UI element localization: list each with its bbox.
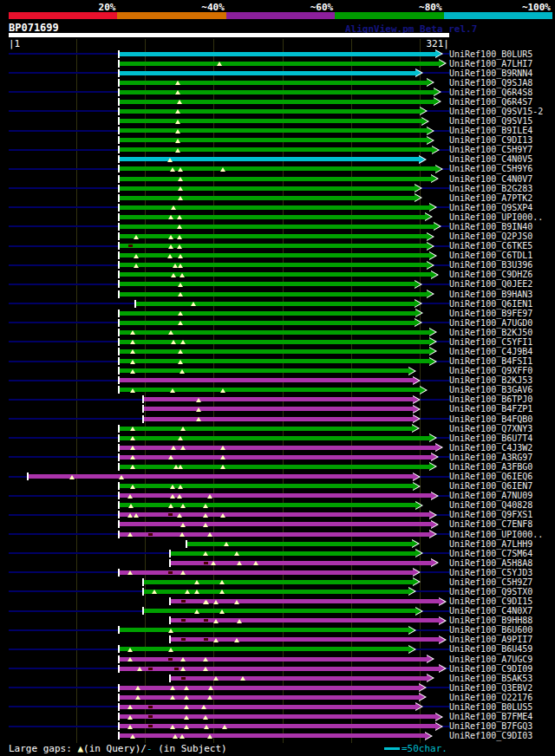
alignment-bar[interactable] [119, 215, 428, 219]
alignment-bar[interactable] [119, 157, 421, 161]
subject-id-label[interactable]: UniRef100_Q9SV15 [449, 117, 532, 126]
subject-id-label[interactable]: UniRef100_B9IN40 [449, 223, 532, 231]
subject-id-label[interactable]: UniRef100_B4FZP1 [449, 405, 532, 414]
subject-id-label[interactable]: UniRef100_A7UGD0 [449, 319, 532, 328]
alignment-bar[interactable] [119, 166, 437, 171]
alignment-bar[interactable] [119, 109, 421, 114]
alignment-bar[interactable] [143, 397, 415, 401]
alignment-bar[interactable] [119, 446, 437, 450]
alignment-bar[interactable] [119, 282, 416, 286]
alignment-bar[interactable] [119, 368, 411, 373]
alignment-bar[interactable] [135, 302, 416, 306]
alignment-bar[interactable] [119, 695, 421, 700]
subject-id-label[interactable]: UniRef100_A9PII7 [449, 635, 532, 644]
subject-id-label[interactable]: UniRef100_Q9SV15-2 [449, 108, 543, 116]
subject-id-label[interactable]: UniRef100_B0LUS5 [449, 703, 532, 712]
subject-id-label[interactable]: UniRef100_B4FQB0 [449, 415, 532, 424]
alignment-bar[interactable] [119, 724, 437, 728]
alignment-bar[interactable] [170, 561, 433, 565]
subject-id-label[interactable]: UniRef100_Q7XNY3 [449, 425, 532, 433]
subject-id-label[interactable]: UniRef100_Q9FXS1 [449, 511, 532, 519]
alignment-bar[interactable] [119, 147, 434, 152]
subject-id-label[interactable]: UniRef100_C4J3W2 [449, 444, 532, 453]
subject-id-label[interactable]: UniRef100_Q6IEQ6 [449, 472, 532, 481]
alignment-bar[interactable] [170, 618, 441, 622]
subject-id-label[interactable]: UniRef100_Q6IEN7 [449, 482, 532, 491]
alignment-bar[interactable] [119, 186, 416, 191]
subject-id-label[interactable]: UniRef100_C5YFI1 [449, 338, 532, 347]
subject-id-label[interactable]: UniRef100_B9HAN3 [449, 290, 532, 299]
subject-id-label[interactable]: UniRef100_B3GAV6 [449, 386, 532, 394]
subject-id-label[interactable]: UniRef100_O22176 [449, 694, 532, 702]
subject-id-label[interactable]: UniRef100_C6TKE5 [449, 242, 532, 251]
subject-id-label[interactable]: UniRef100_B6U459 [449, 645, 532, 654]
subject-id-label[interactable]: UniRef100_B7FME4 [449, 713, 532, 721]
alignment-bar[interactable] [119, 512, 431, 517]
subject-id-label[interactable]: UniRef100_UPI000.. [449, 213, 543, 222]
alignment-bar[interactable] [119, 570, 415, 575]
alignment-bar[interactable] [119, 263, 428, 267]
alignment-bar[interactable] [119, 311, 417, 316]
alignment-bar[interactable] [119, 234, 428, 238]
alignment-bar[interactable] [119, 714, 437, 719]
alignment-bar[interactable] [119, 81, 428, 85]
alignment-bar[interactable] [119, 686, 421, 690]
subject-id-label[interactable]: UniRef100_C9DHZ6 [449, 270, 532, 279]
alignment-bar[interactable] [170, 676, 429, 681]
alignment-bar[interactable] [119, 427, 414, 431]
subject-id-label[interactable]: UniRef100_C9DI15 [449, 597, 532, 606]
subject-id-label[interactable]: UniRef100_C7ENF8 [449, 520, 532, 529]
subject-id-label[interactable]: UniRef100_A7PTK2 [449, 194, 532, 203]
subject-id-label[interactable]: UniRef100_B0LUR5 [449, 50, 532, 59]
subject-id-label[interactable]: UniRef100_B9ILE4 [449, 127, 532, 135]
subject-id-label[interactable]: UniRef100_Q2PJS0 [449, 232, 532, 241]
subject-id-label[interactable]: UniRef100_A3RG97 [449, 453, 532, 462]
alignment-bar[interactable] [119, 292, 428, 297]
alignment-bar[interactable] [119, 71, 417, 75]
alignment-bar[interactable] [119, 484, 415, 488]
subject-id-label[interactable]: UniRef100_B7FGQ3 [449, 722, 532, 731]
subject-id-label[interactable]: UniRef100_Q9STX0 [449, 588, 532, 596]
subject-id-label[interactable]: UniRef100_C5H9Y7 [449, 146, 532, 154]
subject-id-label[interactable]: UniRef100_C4J9B4 [449, 348, 532, 356]
subject-id-label[interactable]: UniRef100_Q9XFF0 [449, 367, 532, 375]
alignment-bar[interactable] [119, 272, 433, 277]
subject-id-label[interactable]: UniRef100_UPI000.. [449, 531, 543, 539]
alignment-bar[interactable] [28, 474, 415, 479]
subject-id-label[interactable]: UniRef100_C5H9Y6 [449, 165, 532, 173]
alignment-bar[interactable] [119, 196, 416, 200]
alignment-bar[interactable] [143, 407, 415, 411]
subject-id-label[interactable]: UniRef100_C7SM64 [449, 550, 532, 558]
subject-id-label[interactable]: UniRef100_A3FBG0 [449, 463, 532, 472]
subject-id-label[interactable]: UniRef100_Q3EBV2 [449, 684, 532, 693]
alignment-bar[interactable] [119, 388, 421, 392]
subject-id-label[interactable]: UniRef100_B2KJ53 [449, 376, 532, 385]
alignment-bar[interactable] [119, 52, 437, 56]
alignment-bar[interactable] [119, 465, 431, 469]
alignment-bar[interactable] [119, 90, 435, 94]
subject-id-label[interactable]: UniRef100_C4N0V5 [449, 155, 532, 164]
subject-id-label[interactable]: UniRef100_A7LHH9 [449, 540, 532, 549]
alignment-bar[interactable] [119, 657, 428, 662]
alignment-bar[interactable] [119, 733, 428, 738]
alignment-bar[interactable] [119, 138, 428, 142]
subject-id-label[interactable]: UniRef100_B4FSI1 [449, 357, 532, 366]
alignment-bar[interactable] [119, 330, 431, 335]
alignment-bar[interactable] [119, 177, 433, 181]
alignment-bar[interactable] [119, 253, 431, 257]
subject-id-label[interactable]: UniRef100_A7UGC9 [449, 655, 532, 664]
subject-id-label[interactable]: UniRef100_Q6R4S7 [449, 98, 532, 107]
subject-id-label[interactable]: UniRef100_A5H8A8 [449, 559, 532, 568]
subject-id-label[interactable]: UniRef100_A7NU09 [449, 492, 532, 500]
subject-id-label[interactable]: UniRef100_Q0JEE2 [449, 280, 532, 289]
subject-id-label[interactable]: UniRef100_Q9SXP4 [449, 204, 532, 212]
subject-id-label[interactable]: UniRef100_Q40828 [449, 501, 532, 510]
alignment-bar[interactable] [119, 647, 411, 651]
subject-id-label[interactable]: UniRef100_B9HH88 [449, 616, 532, 625]
alignment-bar[interactable] [119, 503, 417, 507]
alignment-bar[interactable] [119, 493, 433, 498]
subject-id-label[interactable]: UniRef100_Q6IEN1 [449, 300, 532, 309]
subject-id-label[interactable]: UniRef100_B3U396 [449, 261, 532, 270]
alignment-bar[interactable] [119, 455, 433, 459]
alignment-bar[interactable] [119, 225, 435, 229]
